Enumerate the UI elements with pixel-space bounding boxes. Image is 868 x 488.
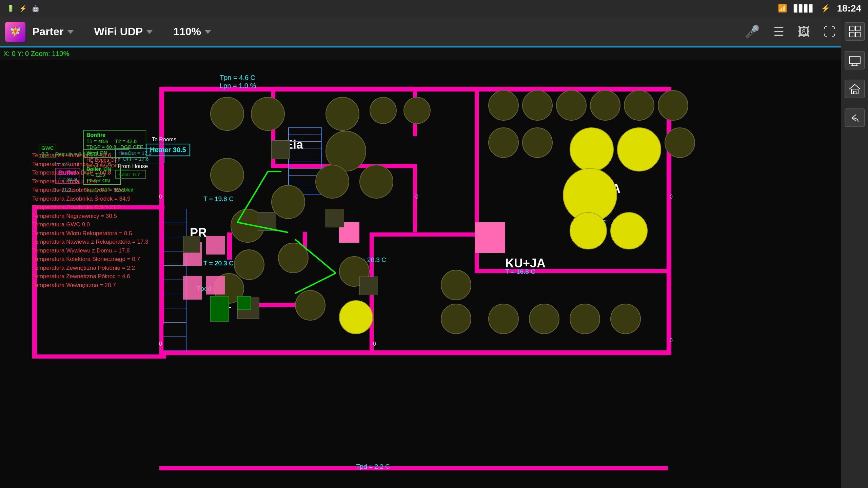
temp-line: Temperatura Zewnętrzna Południe = 2.2 <box>32 264 161 272</box>
android-icon: 🤖 <box>32 5 39 12</box>
signal-bars-icon: ▋▋▋▋ <box>794 4 814 13</box>
circle-sa-2 <box>522 90 553 121</box>
app-name-section[interactable]: Parter <box>32 25 74 38</box>
image-icon[interactable]: 🖼 <box>798 25 810 39</box>
grid-button[interactable] <box>845 22 865 41</box>
temp-line: Temperatura Kominka 1 = 48.6 <box>32 151 161 160</box>
circle-wi-yellow <box>339 300 373 334</box>
svg-rect-3 <box>855 32 860 37</box>
temp-line: Temperatura Zasobnika Góra = 52.5 <box>32 186 161 195</box>
circle-sa-1 <box>488 90 519 121</box>
connection-label: WiFi UDP <box>94 25 143 38</box>
circle-sa-6 <box>658 90 688 121</box>
to-rooms-label: To Rooms <box>152 137 176 143</box>
zoom-dropdown-icon[interactable] <box>204 30 211 34</box>
green-lines-svg <box>237 171 305 239</box>
circle-ela-3 <box>326 97 359 131</box>
circle-kuja-1 <box>441 270 471 300</box>
temp-line: Temperatura Kolektora Słonecznego = 0.7 <box>32 255 161 264</box>
rect-green-1 <box>210 296 229 322</box>
svg-line-13 <box>295 239 336 273</box>
circle-sa-yellow-1 <box>570 127 614 171</box>
svg-line-14 <box>295 273 336 293</box>
wall-bottom-mid2 <box>370 350 437 355</box>
rect-dark-ela <box>271 140 290 159</box>
temperature-data-panel: Temperatura Kominka 1 = 48.6Temperatura … <box>32 151 161 289</box>
temp-line: Temperatura Nawiewu z Rekuperatora = 17.… <box>32 238 161 246</box>
circle-kuja-3 <box>488 304 519 334</box>
lpn-label: Lpn = 1.0 % <box>220 82 256 90</box>
wall-very-bottom <box>159 466 668 470</box>
home-button[interactable] <box>845 80 865 98</box>
wall-pr-mid <box>227 232 232 260</box>
rect-dark-1 <box>183 236 200 253</box>
circle-sa-9 <box>665 127 695 158</box>
zero-4: 0 <box>159 341 162 347</box>
circle-kuja-4 <box>529 304 559 334</box>
menu-icon[interactable]: ☰ <box>773 25 784 39</box>
temp-line: Temperatura Kominka 2 = 47.6 <box>32 160 161 169</box>
app-logo: 🧚 <box>5 22 25 42</box>
wall-bottom-inner-bottom <box>32 354 166 359</box>
circle-kuja-2 <box>441 304 471 334</box>
info-bar: X: 0 Y: 0 Zoom: 110% <box>0 47 841 60</box>
zero-5: 0 <box>373 341 376 347</box>
temp-line: Temperatura Zewnętrzna Północ = 4.6 <box>32 272 161 281</box>
wall-top-left <box>159 87 414 92</box>
circle-sa-3 <box>556 90 587 121</box>
tpn-label: Tpn = 4.6 C <box>220 74 255 82</box>
wall-bottom-right <box>437 350 671 355</box>
svg-rect-4 <box>849 56 860 64</box>
circle-sa-7 <box>488 127 519 158</box>
temp-line: Temperatura GWC 9.0 <box>32 220 161 229</box>
right-sidebar <box>841 17 868 488</box>
temp-line: Temperatura Nagrzewnicy = 30.5 <box>32 212 161 221</box>
mic-icon[interactable]: 🎤 <box>745 25 760 39</box>
usb-icon: ⚡ <box>19 5 27 12</box>
wifi-icon: 📶 <box>778 4 787 13</box>
charging-icon: ⚡ <box>821 4 830 13</box>
zoom-label: 110% <box>173 25 201 38</box>
circle-sa-8 <box>522 127 553 158</box>
circle-sa-5 <box>624 90 654 121</box>
temp-line: Temperatura Wywiewu z Domu = 17.8 <box>32 246 161 255</box>
screen-button[interactable] <box>845 51 865 69</box>
tpr-val1: T = 20.3 C <box>203 260 234 267</box>
wall-top-mid <box>414 87 475 92</box>
circle-pr-4 <box>315 165 349 199</box>
wall-bottom-mid <box>159 350 370 355</box>
app-header: 🧚 Parter WiFi UDP 110% 🎤 ☰ 🖼 ⛶ <box>0 17 841 47</box>
divider-kuja-top <box>370 232 478 237</box>
tEla-label: T = 19.8 C <box>203 195 234 203</box>
status-bar: 🔋 ⚡ 🤖 📶 ▋▋▋▋ ⚡ 18:24 <box>0 0 868 17</box>
temp-line: Temperatura Zasobnika Środek = 34.9 <box>32 195 161 203</box>
wall-sa-bottom <box>475 269 670 273</box>
temp-line: Temperatura Wewnętrzna = 20.7 <box>32 281 161 290</box>
zero-2: 0 <box>415 194 418 200</box>
circle-pr-5 <box>359 165 393 199</box>
connection-dropdown-icon[interactable] <box>146 30 153 34</box>
coordinates-text: X: 0 Y: 0 Zoom: 110% <box>3 50 69 58</box>
app-name-dropdown-icon[interactable] <box>67 30 74 34</box>
rect-dark-3 <box>359 277 378 295</box>
connection-section[interactable]: WiFi UDP <box>94 25 153 38</box>
back-button[interactable] <box>845 108 865 127</box>
fullscreen-icon[interactable]: ⛶ <box>824 25 836 39</box>
rect-pink-2 <box>206 236 225 255</box>
rect-pink-3 <box>183 276 202 300</box>
time-display: 18:24 <box>837 3 861 14</box>
svg-rect-2 <box>849 32 854 37</box>
svg-line-10 <box>237 171 268 222</box>
status-right: 📶 ▋▋▋▋ ⚡ 18:24 <box>778 3 861 14</box>
rect-dark-2 <box>326 209 344 227</box>
temp-line: Temperatura Wlotu Rekuperatora = 8.5 <box>32 229 161 238</box>
main-canvas[interactable]: Ela PR SA KU+JA WI Ł1 Tpn = 4.6 C Lpn = … <box>0 60 841 488</box>
zoom-section[interactable]: 110% <box>173 25 211 38</box>
app-name-label: Parter <box>32 25 64 38</box>
circle-sa-4 <box>590 90 620 121</box>
wall-right-main <box>667 87 671 351</box>
rect-pink-kuja <box>475 222 505 253</box>
status-left: 🔋 ⚡ 🤖 <box>7 5 39 12</box>
temp-line: Temperatura Kotła = 12.9 <box>32 177 161 186</box>
circle-sa-yellow-2 <box>617 127 661 171</box>
